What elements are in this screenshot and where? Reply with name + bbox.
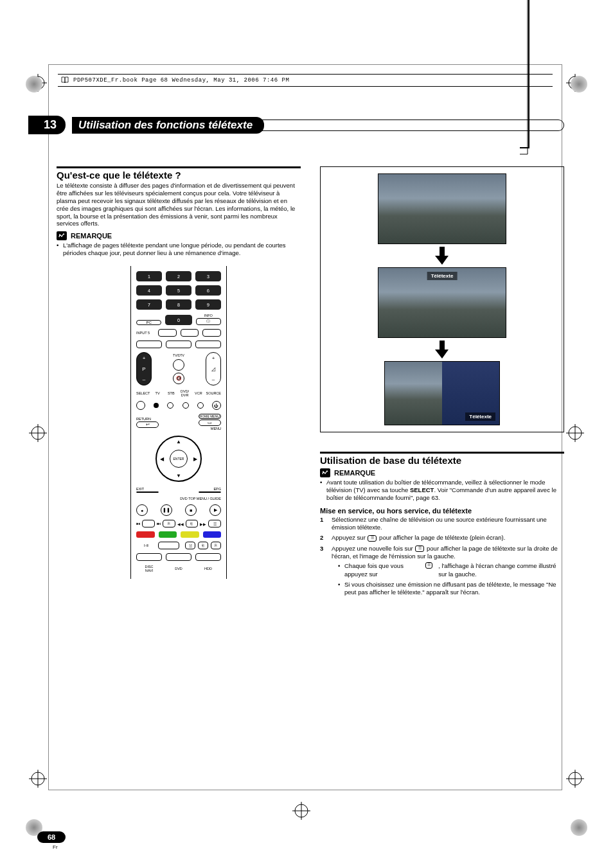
teletext-button-icon: ☰ [368,535,377,542]
remote-key-return: ↩ [136,421,159,428]
teletext-overlay-label: Télétexte [465,412,495,421]
remote-key-select [136,401,145,410]
page-lang: Fr [53,844,66,850]
remote-led-tv [154,403,159,408]
remote-key-6: 6 [195,285,221,296]
remote-key-source: ⏻ [212,401,221,410]
remote-key-9: 9 [195,299,221,310]
note-icon [57,231,67,240]
remote-control-illustration: 1 2 3 4 5 6 7 8 9 [130,266,227,579]
remote-key-tvdtv [173,359,184,371]
chapter-number-badge: 13 [28,116,66,134]
section-rule [320,452,564,454]
screenshot-teletext-half: Télétexte [384,361,500,425]
remote-key-3: 3 [195,271,221,281]
chapter-title: Utilisation des fonctions télétexte [72,117,264,134]
remote-led-stb [167,402,173,409]
remote-key-rew: ⎗ [186,520,199,527]
remote-key-menu: ▭ [199,420,221,426]
loop-arrow-icon [516,0,535,161]
remote-key-5: 5 [166,285,191,296]
page-number-badge: 68 [37,831,66,843]
dpad-down-icon: ▼ [176,473,181,479]
arrow-down-icon [435,341,449,359]
registration-mark-icon [292,802,310,820]
remote-key-2: 2 [166,271,191,281]
remote-label-dvddvr: DVD/ DVR [179,389,191,397]
remote-label-hdd: HDD [195,567,221,571]
arrow-down-icon [435,247,449,265]
remote-key-audio-i-ii [158,542,179,549]
corner-dot-icon [571,76,587,93]
remote-label-menu: MENU [199,427,221,430]
note-label: REMARQUE [71,232,112,240]
registration-mark-icon [29,770,47,788]
step-1: 1 Sélectionnez une chaîne de télévision … [320,516,564,532]
remote-label-select: SELECT [136,391,150,395]
section2-title: Utilisation de base du télétexte [320,455,564,466]
step-3: 3 Appuyez une nouvelle fois sur ☰ pour a… [320,545,564,599]
remote-key-8: 8 [166,299,191,310]
step-2: 2 Appuyez sur ☰ pour afficher la page de… [320,534,564,542]
note-bullet: Avant toute utilisation du boîtier de té… [320,479,564,502]
registration-mark-icon [566,770,584,788]
remote-label-tv: TV [151,391,163,395]
remote-label-epg: EPG [199,487,221,491]
registration-mark-icon [29,424,47,442]
dpad-left-icon: ◀ [160,456,164,462]
remote-key-4: 4 [136,285,162,296]
section1-title: Qu'est-ce que le télétexte ? [57,170,301,181]
remote-key-7: 7 [136,299,162,310]
remote-label-tvdtv: TV/DTV [173,353,184,357]
remote-label-return: RETURN [136,417,159,421]
remote-label-stb: STB [165,391,177,395]
remote-label-source: SOURCE [206,391,221,395]
remote-key-mute: 🔇 [173,373,184,384]
teletext-button-icon: ☰ [415,545,424,552]
remote-key-rec: ● [136,504,148,516]
remote-channel-rocker: + P – [136,352,152,385]
remote-key-pc: PC [136,320,161,325]
remote-key-input5c [202,329,221,337]
remote-label-disc-navi: DISC NAVI [136,565,162,572]
remote-key-home-menu: HOME MENU [199,414,221,419]
remote-dpad: ▲ ▼ ◀ ▶ ENTER [155,436,202,482]
teletext-cycle-figure: Télétexte Télétexte [320,166,564,432]
remote-key-blue [203,531,222,538]
remote-key-misc2 [166,341,191,348]
remote-key-ff: ☰ [208,520,221,527]
step-3-sub2: Si vous choisissez une émission ne diffu… [332,581,564,597]
remote-key-1: 1 [136,271,162,281]
remote-key-skip-back [142,520,155,527]
remote-label-input5: INPUT 5 [136,331,154,335]
remote-key-bottom3 [195,553,221,561]
registration-mark-icon [566,424,584,442]
remote-key-misc3 [195,341,221,348]
remote-led-dvddvr [182,402,189,409]
remote-volume-rocker: + ◿ – [206,352,221,385]
remote-label-dvd-top-menu: DVD TOP MENU / GUIDE [136,497,221,500]
section1-body: Le télétexte consiste à diffuser des pag… [57,182,301,227]
remote-key-tt-c: ⎘ [211,542,221,549]
remote-key-tt-b: ⎗ [198,542,208,549]
dpad-right-icon: ▶ [193,456,197,462]
remote-label-info: INFO [204,314,213,317]
corner-dot-icon [26,76,42,93]
remote-key-tt-a: ☱ [185,542,195,549]
remote-key-exit [136,492,159,493]
book-icon [60,76,69,85]
sub-heading: Mise en service, ou hors service, du tél… [320,507,564,515]
teletext-button-icon: ☰ [425,562,433,569]
step-3-sub1: Chaque fois que vous appuyez sur ☰, l'af… [332,562,564,578]
pdf-header-bar: PDP507XDE_Fr.book Page 68 Wednesday, May… [58,74,553,87]
remote-key-input5b [181,329,199,337]
remote-key-red [136,531,155,538]
note-bullet: L'affichage de pages télétexte pendant u… [57,242,301,257]
remote-key-green [159,531,177,538]
remote-key-info: ⓘ [196,318,221,325]
remote-key-bottom2 [166,553,191,561]
teletext-overlay-label: Télétexte [427,272,458,280]
note-icon [320,468,330,477]
remote-key-input5a [158,329,177,337]
screenshot-normal [378,173,506,244]
